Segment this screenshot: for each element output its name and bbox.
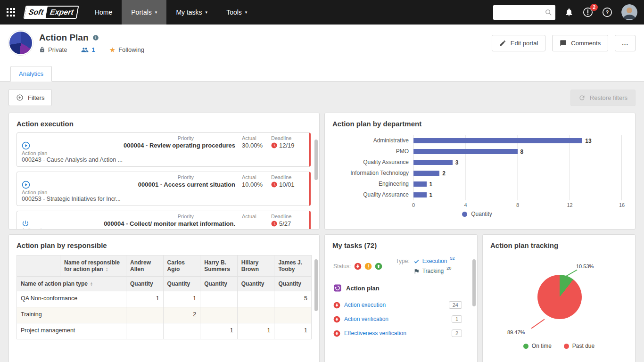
- responsible-column-header[interactable]: James J. Tooby: [274, 255, 312, 277]
- search-box: [493, 5, 555, 20]
- bar[interactable]: [413, 149, 518, 154]
- notifications-bell-icon[interactable]: [564, 8, 574, 17]
- help-icon[interactable]: ?: [602, 7, 612, 17]
- action-title: 000001 - Access current situation: [34, 181, 235, 188]
- responsible-column-header[interactable]: Harry B. Summers: [200, 255, 238, 277]
- quantity-cell: [126, 323, 164, 339]
- card-tracking-pie: Action plan tracking 10.53% 89.47% On ti…: [482, 234, 636, 362]
- task-list-item[interactable]: Action verification1: [333, 312, 469, 326]
- restore-filters-button[interactable]: Restore filters: [570, 90, 636, 106]
- bar-category-label: Administrative: [332, 135, 413, 146]
- quantity-cell: [163, 323, 200, 339]
- legend-label: Past due: [572, 343, 594, 349]
- pie[interactable]: [537, 275, 582, 319]
- sort-icon[interactable]: ▲▼: [106, 267, 108, 272]
- portal-logo[interactable]: [8, 31, 33, 55]
- task-count-badge: 2: [452, 329, 462, 337]
- bar[interactable]: [413, 138, 582, 143]
- type-header[interactable]: Name of action plan type▲▼: [17, 277, 126, 291]
- following-toggle[interactable]: ★ Following: [109, 46, 144, 53]
- bar[interactable]: [413, 171, 439, 176]
- card-my-tasks: My tasks (72) Status: Type: Execution52T…: [324, 234, 478, 362]
- type-option-tracking[interactable]: Tracking20: [413, 268, 455, 274]
- logo-text-soft: Soft: [25, 7, 48, 18]
- members-count: 1: [91, 46, 95, 53]
- priority-label: Priority: [34, 174, 235, 180]
- overdue-icon: [271, 221, 277, 227]
- legend-item: On time: [523, 343, 552, 349]
- responsible-column-header[interactable]: Carlos Agio: [163, 255, 200, 277]
- support-badge: 2: [590, 4, 598, 11]
- edit-portal-button[interactable]: Edit portal: [492, 35, 546, 51]
- axis-tick: 4: [464, 202, 467, 208]
- deadline-value: 10/01: [271, 181, 304, 188]
- task-list-item[interactable]: Action execution24: [333, 298, 469, 312]
- nav-item-tools[interactable]: Tools▾: [217, 0, 256, 25]
- check-icon: [413, 258, 420, 264]
- card-responsible-table: Action plan by responsible Name of respo…: [8, 234, 320, 362]
- quantity-cell: [274, 307, 312, 323]
- filters-button[interactable]: Filters: [8, 89, 52, 106]
- sort-icon[interactable]: ▲▼: [90, 282, 93, 287]
- table-row[interactable]: QA Non-conformance115: [17, 291, 312, 307]
- comments-button[interactable]: Comments: [552, 35, 608, 51]
- status-label: Status:: [333, 263, 351, 270]
- play-icon[interactable]: [22, 174, 34, 189]
- responsible-column-header[interactable]: Andrew Allen: [126, 255, 164, 277]
- responsible-header[interactable]: Name of responsible for action plan▲▼: [60, 255, 126, 277]
- nav-item-home[interactable]: Home: [85, 0, 122, 25]
- type-count: 52: [450, 256, 454, 261]
- play-icon[interactable]: [22, 135, 34, 150]
- more-options-button[interactable]: ...: [615, 35, 636, 51]
- apps-grid-icon[interactable]: [0, 0, 22, 25]
- task-link[interactable]: Effectiveness verification: [344, 330, 406, 337]
- quantity-cell: 1: [237, 323, 274, 339]
- leader-line: [565, 270, 578, 278]
- status-overdue-icon[interactable]: [354, 263, 362, 270]
- action-execution-item[interactable]: Priority000001 - Access current situatio…: [17, 172, 311, 206]
- table-row[interactable]: Project management111: [17, 323, 312, 339]
- bar-category-label: Quality Assurance: [332, 157, 413, 168]
- task-list-item[interactable]: Effectiveness verification2: [333, 326, 469, 340]
- status-warning-icon[interactable]: [364, 263, 372, 270]
- task-link[interactable]: Action execution: [344, 302, 386, 308]
- bar[interactable]: [413, 181, 427, 187]
- card-title: My tasks (72): [325, 235, 477, 254]
- following-label: Following: [118, 46, 144, 53]
- action-execution-item[interactable]: Priority000004 - Review operating proced…: [17, 132, 311, 167]
- members-indicator[interactable]: 1: [81, 46, 95, 54]
- tab-analytics[interactable]: Analytics: [10, 66, 52, 82]
- privacy-label: Private: [48, 46, 67, 53]
- task-group-label: Action plan: [346, 285, 380, 292]
- table-row[interactable]: Training2: [17, 307, 312, 323]
- task-group-action-plan[interactable]: Action plan: [333, 284, 469, 292]
- info-icon[interactable]: [92, 34, 99, 41]
- quantity-cell: 1: [200, 323, 238, 339]
- bar[interactable]: [413, 192, 427, 197]
- softexpert-logo[interactable]: SoftExpert: [24, 6, 79, 19]
- overdue-icon: [333, 330, 340, 337]
- legend-dot: [462, 212, 467, 217]
- task-count-badge: 1: [452, 315, 462, 323]
- scrollbar[interactable]: [314, 140, 318, 180]
- support-icon[interactable]: 2: [583, 7, 593, 17]
- task-link[interactable]: Action verification: [344, 316, 388, 322]
- bar[interactable]: [413, 160, 453, 165]
- deadline-label: Deadline: [271, 174, 304, 180]
- overdue-icon: [333, 316, 340, 323]
- status-on-track-icon[interactable]: [375, 263, 382, 270]
- scrollbar[interactable]: [472, 259, 476, 306]
- responsible-column-header[interactable]: Hillary Brown: [237, 255, 274, 277]
- scrollbar[interactable]: [314, 259, 318, 311]
- tracking-pie-chart: 10.53% 89.47%: [483, 254, 635, 342]
- power-icon[interactable]: [22, 214, 34, 227]
- chevron-down-icon: ▾: [206, 10, 208, 15]
- nav-item-my-tasks[interactable]: My tasks▾: [166, 0, 217, 25]
- user-avatar[interactable]: [621, 4, 637, 20]
- quantity-cell: [200, 291, 238, 307]
- type-option-execution[interactable]: Execution52: [413, 258, 455, 264]
- action-execution-item[interactable]: Priority000004 - Collect/ monitor market…: [17, 211, 311, 230]
- search-icon[interactable]: [545, 8, 553, 16]
- nav-item-portals[interactable]: Portals▾: [122, 0, 166, 25]
- card-action-execution: Action execution Priority000004 - Review…: [8, 113, 320, 230]
